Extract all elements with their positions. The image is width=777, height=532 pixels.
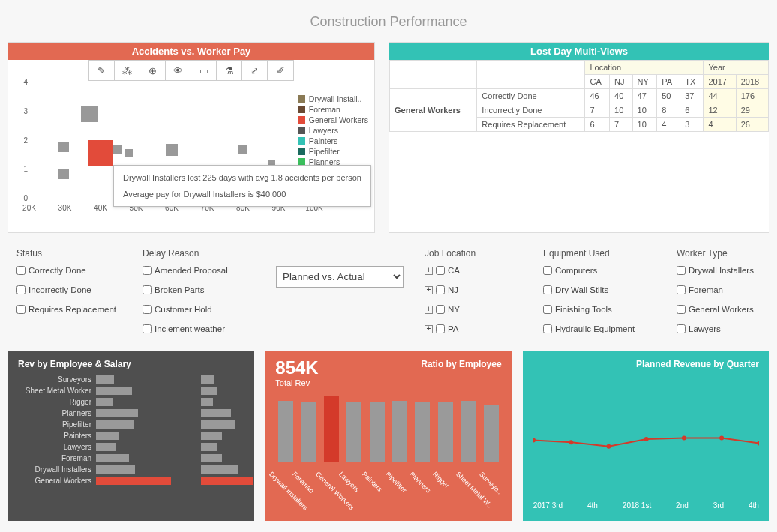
filter-item[interactable]: +CA bbox=[424, 266, 530, 275]
ratio-bar[interactable] bbox=[415, 402, 430, 462]
ratio-bar[interactable] bbox=[370, 402, 385, 462]
filter-checkbox[interactable] bbox=[676, 324, 686, 333]
box-icon[interactable]: ▭ bbox=[191, 61, 217, 80]
filter-checkbox[interactable] bbox=[142, 266, 152, 275]
filter-checkbox[interactable] bbox=[543, 324, 552, 333]
rev-emp-panel: Rev by Employee & Salary SurveyorsSheet … bbox=[8, 351, 254, 521]
ratio-bar[interactable] bbox=[438, 402, 453, 462]
ratio-bar[interactable] bbox=[346, 402, 362, 462]
planned-actual-select[interactable]: Planned vs. Actual bbox=[276, 266, 404, 288]
hbar-row[interactable]: Pipefilter bbox=[18, 420, 244, 429]
scatter-point[interactable] bbox=[58, 142, 69, 152]
filter-item[interactable]: Foreman bbox=[676, 285, 777, 294]
filter-checkbox[interactable] bbox=[436, 305, 445, 314]
legend-item[interactable]: Lawyers bbox=[298, 126, 368, 135]
eye-off-icon[interactable]: 👁 bbox=[166, 61, 191, 80]
multiview-table: Location Year CANJNYPATX20172018 General… bbox=[389, 60, 769, 132]
legend-item[interactable]: General Workers bbox=[298, 115, 368, 124]
legend-item[interactable]: Pipefilter bbox=[298, 147, 368, 156]
ratio-bar[interactable] bbox=[484, 405, 499, 462]
filter-item[interactable]: Amended Proposal bbox=[142, 266, 262, 275]
spark-icon[interactable]: ⁂ bbox=[115, 61, 140, 80]
scatter-point[interactable] bbox=[58, 169, 69, 179]
planned-title: Planned Revenue by Quarter bbox=[533, 359, 759, 369]
ratio-bar[interactable] bbox=[324, 396, 339, 462]
filter-item[interactable]: Hydraulic Equipment bbox=[543, 324, 663, 333]
ratio-label: Drywall Installers bbox=[268, 470, 285, 487]
zoom-icon[interactable]: ⊕ bbox=[140, 61, 166, 80]
expand-icon[interactable]: + bbox=[424, 267, 433, 275]
filter-checkbox[interactable] bbox=[16, 285, 26, 294]
filter-checkbox[interactable] bbox=[436, 324, 445, 333]
filter-item[interactable]: Incorrectly Done bbox=[16, 285, 129, 294]
filter-item[interactable]: Requires Replacement bbox=[16, 305, 129, 314]
scatter-point[interactable] bbox=[238, 145, 248, 154]
svg-point-5 bbox=[719, 436, 724, 441]
multiview-title: Lost Day Multi-Views bbox=[389, 43, 769, 60]
filter-checkbox[interactable] bbox=[543, 285, 552, 294]
hbar-row[interactable]: Painters bbox=[18, 432, 244, 440]
hbar-row[interactable]: Drywall Installers bbox=[18, 465, 244, 474]
expand-icon[interactable]: ⤢ bbox=[242, 61, 268, 80]
expand-icon[interactable]: + bbox=[424, 306, 433, 314]
planned-line-chart[interactable] bbox=[533, 392, 759, 497]
scatter-point[interactable] bbox=[125, 149, 133, 157]
pencil-icon[interactable]: ✎ bbox=[89, 61, 115, 80]
filter-checkbox[interactable] bbox=[676, 305, 686, 314]
expand-icon[interactable]: + bbox=[424, 286, 433, 294]
hbar-row[interactable]: Sheet Metal Worker bbox=[18, 387, 244, 395]
hbar-row[interactable]: Foreman bbox=[18, 454, 244, 462]
filter-item[interactable]: Dry Wall Stilts bbox=[543, 285, 663, 294]
expand-icon[interactable]: + bbox=[424, 325, 433, 333]
filter-item[interactable]: Inclement weather bbox=[142, 324, 262, 333]
hbar-row[interactable]: Rigger bbox=[18, 398, 244, 406]
ratio-title: Ratio by Employee bbox=[421, 359, 501, 395]
scatter-point-highlight[interactable] bbox=[88, 140, 113, 166]
filter-checkbox[interactable] bbox=[142, 285, 152, 294]
filter-checkbox[interactable] bbox=[16, 266, 26, 275]
hbar-row[interactable]: General Workers bbox=[18, 477, 244, 485]
filter-item[interactable]: Broken Parts bbox=[142, 285, 262, 294]
edit-icon[interactable]: ✐ bbox=[268, 61, 293, 80]
svg-point-3 bbox=[644, 437, 648, 441]
filter-item[interactable]: +PA bbox=[424, 324, 530, 333]
flask-icon[interactable]: ⚗ bbox=[217, 61, 242, 80]
hbar-row[interactable]: Planners bbox=[18, 409, 244, 417]
hbar-row[interactable]: Lawyers bbox=[18, 443, 244, 451]
filter-item[interactable]: Lawyers bbox=[676, 324, 777, 333]
filter-item[interactable]: Computers bbox=[543, 266, 663, 275]
tooltip-line2: Average pay for Drywall Installers is $4… bbox=[123, 190, 362, 199]
filter-item[interactable]: +NY bbox=[424, 305, 530, 314]
scatter-point[interactable] bbox=[81, 106, 98, 122]
hbar-row[interactable]: Surveyors bbox=[18, 375, 244, 384]
filter-item[interactable]: Customer Hold bbox=[142, 305, 262, 314]
ratio-bar[interactable] bbox=[302, 402, 316, 462]
filter-checkbox[interactable] bbox=[676, 285, 686, 294]
ratio-panel: 854K Total Rev Ratio by Employee Drywall… bbox=[265, 351, 512, 521]
svg-point-4 bbox=[682, 436, 686, 441]
filter-item[interactable]: +NJ bbox=[424, 285, 530, 294]
filter-item[interactable]: General Workers bbox=[676, 305, 777, 314]
filter-checkbox[interactable] bbox=[142, 324, 152, 333]
ratio-label: General Workers bbox=[314, 470, 332, 487]
filter-checkbox[interactable] bbox=[543, 305, 552, 314]
filter-item[interactable]: Finishing Tools bbox=[543, 305, 663, 314]
legend-item[interactable]: Drywall Install.. bbox=[298, 94, 368, 103]
filter-checkbox[interactable] bbox=[436, 266, 445, 275]
filter-checkbox[interactable] bbox=[543, 266, 552, 275]
ratio-bar[interactable] bbox=[278, 401, 293, 462]
filter-checkbox[interactable] bbox=[436, 285, 445, 294]
filter-checkbox[interactable] bbox=[16, 305, 26, 314]
filter-item[interactable]: Drywall Installers bbox=[676, 266, 777, 275]
filter-item[interactable]: Correctly Done bbox=[16, 266, 129, 275]
filter-checkbox[interactable] bbox=[676, 266, 686, 275]
legend-item[interactable]: Painters bbox=[298, 136, 368, 145]
scatter-point[interactable] bbox=[166, 144, 178, 156]
legend-item[interactable]: Foreman bbox=[298, 105, 368, 114]
delay-header: Delay Reason bbox=[142, 248, 262, 259]
filter-checkbox[interactable] bbox=[142, 305, 152, 314]
chart-toolbar: ✎ ⁂ ⊕ 👁 ▭ ⚗ ⤢ ✐ bbox=[88, 60, 294, 81]
scatter-point[interactable] bbox=[113, 145, 122, 154]
ratio-bar[interactable] bbox=[460, 401, 476, 462]
ratio-bar[interactable] bbox=[392, 401, 407, 462]
